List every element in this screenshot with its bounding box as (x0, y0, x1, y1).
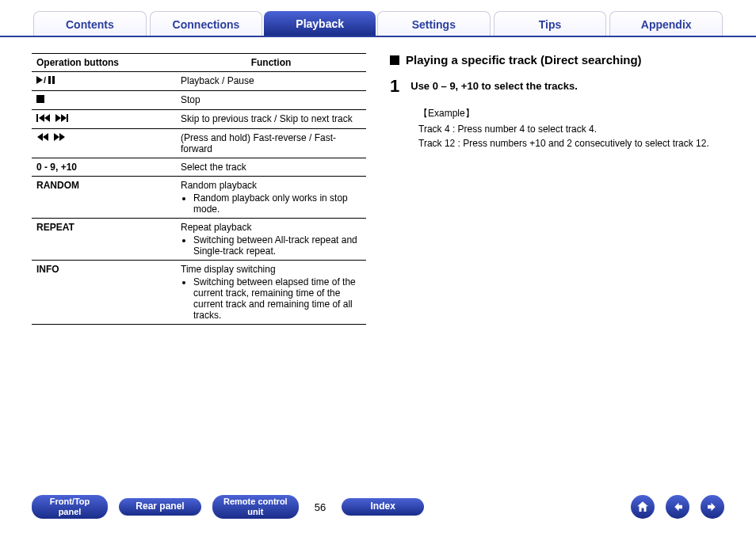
step-text: Use 0 – 9, +10 to select the tracks. (410, 78, 578, 95)
function-cell: (Press and hold) Fast-reverse / Fast-for… (176, 129, 366, 158)
table-row: /Playback / Pause (32, 72, 366, 91)
operation-button-cell (32, 110, 176, 129)
bullet-item: Switching between elapsed time of the cu… (193, 276, 361, 321)
prev-page-button[interactable] (666, 495, 689, 519)
operation-table: Operation buttons Function /Playback / P… (32, 53, 366, 325)
right-column: Playing a specific track (Direct searchi… (390, 53, 724, 325)
stop-icon (36, 95, 84, 106)
function-cell: Repeat playbackSwitching between All-tra… (176, 219, 366, 261)
tab-appendix[interactable]: Appendix (609, 11, 723, 36)
section-title: Playing a specific track (Direct searchi… (390, 53, 724, 67)
table-row: INFOTime display switchingSwitching betw… (32, 261, 366, 325)
tab-contents[interactable]: Contents (33, 11, 147, 36)
footer-nav: Front/Toppanel Rear panel Remote control… (32, 495, 724, 519)
arrow-left-icon (670, 500, 685, 514)
remote-control-unit-button[interactable]: Remote controlunit (212, 495, 299, 518)
seek-icon (36, 133, 84, 144)
svg-rect-4 (36, 95, 44, 103)
function-cell: Random playbackRandom playback only work… (176, 177, 366, 219)
svg-marker-7 (44, 114, 50, 122)
bullet-item: Switching between All-track repeat and S… (193, 234, 361, 257)
function-cell: Time display switchingSwitching between … (176, 261, 366, 325)
svg-marker-8 (55, 114, 61, 122)
example-line: Track 12 : Press numbers +10 and 2 conse… (418, 136, 724, 150)
operation-button-cell: RANDOM (32, 177, 176, 219)
step-number: 1 (390, 78, 399, 95)
svg-rect-5 (36, 114, 38, 122)
table-row: 0 - 9, +10Select the track (32, 158, 366, 177)
function-cell: Stop (176, 91, 366, 110)
example-label: 【Example】 (418, 106, 724, 120)
next-page-button[interactable] (701, 495, 724, 519)
svg-text:/: / (44, 75, 46, 85)
function-cell: Playback / Pause (176, 72, 366, 91)
operation-button-cell (32, 129, 176, 158)
table-row: RANDOMRandom playbackRandom playback onl… (32, 177, 366, 219)
page-number: 56 (310, 501, 330, 513)
example-block: 【Example】 Track 4 : Press number 4 to se… (418, 106, 724, 150)
skip-icon (36, 114, 84, 125)
function-cell: Skip to previous track / Skip to next tr… (176, 110, 366, 129)
top-tabs: ContentsConnectionsPlaybackSettingsTipsA… (0, 0, 756, 37)
table-row: REPEATRepeat playbackSwitching between A… (32, 219, 366, 261)
front-top-panel-button[interactable]: Front/Toppanel (32, 495, 108, 518)
tab-playback[interactable]: Playback (264, 11, 376, 36)
table-row: Skip to previous track / Skip to next tr… (32, 110, 366, 129)
table-header-buttons: Operation buttons (32, 54, 176, 72)
operation-button-cell: / (32, 72, 176, 91)
svg-marker-9 (61, 114, 67, 122)
rear-panel-button[interactable]: Rear panel (119, 498, 201, 516)
svg-marker-14 (59, 133, 65, 141)
svg-marker-0 (36, 76, 43, 84)
svg-marker-11 (37, 133, 43, 141)
step-1: 1 Use 0 – 9, +10 to select the tracks. (390, 78, 724, 95)
function-cell: Select the track (176, 158, 366, 177)
operation-button-cell: INFO (32, 261, 176, 325)
play-pause-icon: / (36, 76, 84, 87)
example-line: Track 4 : Press number 4 to select track… (418, 122, 724, 136)
table-row: (Press and hold) Fast-reverse / Fast-for… (32, 129, 366, 158)
arrow-right-icon (705, 500, 720, 514)
index-button[interactable]: Index (342, 498, 424, 516)
svg-rect-10 (67, 114, 68, 122)
square-bullet-icon (390, 55, 399, 65)
svg-marker-6 (39, 114, 44, 122)
svg-rect-3 (52, 76, 55, 84)
operation-button-cell: REPEAT (32, 219, 176, 261)
bullet-item: Random playback only works in stop mode. (193, 192, 361, 215)
operation-button-cell (32, 91, 176, 110)
operation-button-cell: 0 - 9, +10 (32, 158, 176, 177)
table-row: Stop (32, 91, 366, 110)
section-title-text: Playing a specific track (Direct searchi… (406, 53, 642, 67)
svg-marker-12 (43, 133, 48, 141)
tab-connections[interactable]: Connections (150, 11, 263, 36)
home-button[interactable] (631, 495, 655, 519)
tab-settings[interactable]: Settings (377, 11, 491, 36)
table-header-function: Function (176, 54, 366, 72)
left-column: Operation buttons Function /Playback / P… (32, 53, 366, 325)
tab-tips[interactable]: Tips (494, 11, 607, 36)
svg-rect-2 (48, 76, 51, 84)
home-icon (636, 500, 650, 514)
svg-marker-13 (54, 133, 59, 141)
